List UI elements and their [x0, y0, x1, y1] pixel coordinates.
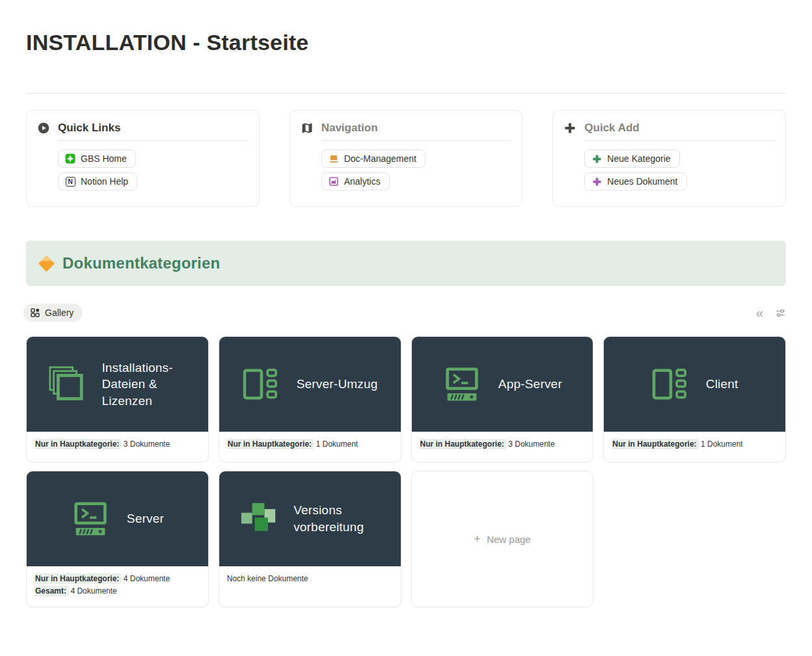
- card-title: App-Server: [498, 376, 562, 393]
- callout-divider: [321, 140, 512, 141]
- card-title: Server: [127, 510, 164, 527]
- gallery-controls: «: [756, 306, 786, 319]
- stat-value: 4 Dokumente: [70, 586, 116, 596]
- button-label: Analytics: [344, 176, 381, 187]
- terminal-server-icon: [71, 501, 110, 536]
- collapse-double-chevron-icon[interactable]: «: [756, 306, 763, 319]
- stat-value: 1 Dokument: [701, 440, 743, 449]
- callout-head: Quick Add: [563, 122, 775, 135]
- card-note: Noch keine Dokumente: [227, 573, 393, 584]
- card-client[interactable]: Client Nur in Hauptkategorie: 1 Dokument: [603, 336, 786, 462]
- card-title: Client: [706, 376, 738, 393]
- card-cover: Server-Umzug: [219, 337, 401, 432]
- callout-navigation: Navigation Doc-Management Analytics: [290, 110, 523, 207]
- card-server-umzug[interactable]: Server-Umzug Nur in Hauptkategorie: 1 Do…: [219, 336, 401, 462]
- stat-label: Gesamt:: [34, 586, 68, 596]
- terminal-server-icon: [442, 367, 481, 402]
- callout-divider: [584, 140, 775, 141]
- plus-purple-icon: [591, 176, 602, 187]
- stat-label: Nur in Hauptkategorie:: [34, 573, 121, 584]
- stat-value: 3 Dokumente: [124, 440, 170, 449]
- callout-divider: [58, 140, 249, 141]
- stat-value: 3 Dokumente: [508, 440, 554, 449]
- stat-label: Nur in Hauptkategorie:: [34, 439, 121, 449]
- plus-green-icon: [591, 153, 602, 164]
- banner-title: Dokumentkategorien: [62, 254, 220, 272]
- card-caption: Nur in Hauptkategorie: 3 Dokumente: [412, 432, 593, 462]
- notion-logo-icon: N: [65, 176, 75, 187]
- new-page-label: New page: [487, 534, 531, 545]
- button-label: Notion Help: [81, 176, 128, 187]
- gallery-cards-row-2: Server Nur in Hauptkategorie: 4 Dokument…: [26, 471, 786, 607]
- stacked-copies-icon: [47, 365, 85, 403]
- callout-quick-links: Quick Links GBS Home N Notion Help: [26, 110, 260, 207]
- card-cover: Client: [604, 337, 785, 432]
- orange-diamond-icon: [38, 255, 55, 272]
- neue-kategorie-button[interactable]: Neue Kategorie: [584, 150, 679, 168]
- callout-buttons: Neue Kategorie Neues Dokument: [584, 150, 775, 190]
- page-title: INSTALLATION - Startseite: [26, 30, 786, 55]
- gallery-cards-row-1: Installations-Dateien & Lizenzen Nur in …: [26, 336, 786, 462]
- button-label: GBS Home: [81, 153, 127, 164]
- stat-line: Nur in Hauptkategorie: 4 Dokumente: [34, 573, 200, 584]
- analytics-button[interactable]: Analytics: [321, 172, 390, 190]
- gallery-bar: Gallery «: [26, 302, 786, 323]
- notion-help-button[interactable]: N Notion Help: [58, 172, 137, 190]
- card-title: Server-Umzug: [297, 376, 378, 393]
- callout-quick-add: Quick Add Neue Kategorie Neues Dokument: [552, 110, 786, 207]
- card-server[interactable]: Server Nur in Hauptkategorie: 4 Dokument…: [26, 471, 209, 607]
- stat-label: Nur in Hauptkategorie:: [227, 439, 314, 449]
- map-icon: [301, 122, 314, 135]
- callout-head: Quick Links: [37, 122, 249, 135]
- page-divider: [26, 93, 786, 94]
- gallery-grid-icon: [31, 308, 40, 317]
- card-title: Installations-Dateien & Lizenzen: [102, 360, 187, 410]
- doc-management-button[interactable]: Doc-Management: [321, 150, 426, 168]
- neues-dokument-button[interactable]: Neues Dokument: [584, 172, 686, 190]
- stat-label: Nur in Hauptkategorie:: [420, 439, 506, 449]
- callout-head: Navigation: [301, 122, 512, 135]
- callout-row: Quick Links GBS Home N Notion Help: [26, 110, 786, 207]
- dokumentkategorien-banner: Dokumentkategorien: [26, 241, 786, 286]
- card-versions-vorbereitung[interactable]: Versions vorbereitung Noch keine Dokumen…: [219, 471, 401, 607]
- plus-icon: [563, 122, 576, 135]
- stat-value: 4 Dokumente: [124, 574, 170, 583]
- plus-icon: +: [474, 532, 481, 546]
- gallery-view-tab[interactable]: Gallery: [23, 304, 83, 322]
- play-circle-icon: [37, 122, 50, 135]
- stat-line: Gesamt: 4 Dokumente: [34, 585, 200, 597]
- callout-buttons: Doc-Management Analytics: [321, 150, 512, 190]
- laptop-icon: [329, 153, 339, 164]
- card-app-server[interactable]: App-Server Nur in Hauptkategorie: 3 Doku…: [411, 336, 594, 462]
- stat-value: 1 Dokument: [316, 440, 358, 449]
- card-installations-dateien-lizenzen[interactable]: Installations-Dateien & Lizenzen Nur in …: [26, 336, 209, 462]
- card-caption: Nur in Hauptkategorie: 3 Dokumente: [27, 432, 208, 462]
- card-caption: Nur in Hauptkategorie: 1 Dokument: [219, 432, 401, 462]
- tune-settings-icon[interactable]: [775, 308, 786, 319]
- card-cover: Installations-Dateien & Lizenzen: [27, 337, 208, 432]
- stat-label: Nur in Hauptkategorie:: [612, 439, 698, 449]
- client-blocks-icon: [242, 368, 280, 400]
- card-title: Versions vorbereitung: [293, 502, 379, 535]
- callout-buttons: GBS Home N Notion Help: [58, 150, 249, 190]
- button-label: Neues Dokument: [607, 176, 677, 187]
- button-label: Neue Kategorie: [607, 153, 670, 164]
- empty-grid-cell: [603, 471, 786, 607]
- client-blocks-icon: [651, 368, 689, 400]
- new-page-tile[interactable]: + New page: [411, 471, 594, 607]
- stat-line: Nur in Hauptkategorie: 3 Dokumente: [420, 438, 586, 450]
- stat-line: Nur in Hauptkategorie: 3 Dokumente: [34, 438, 200, 450]
- card-caption: Noch keine Dokumente: [219, 566, 401, 607]
- gbs-app-icon: [65, 153, 75, 164]
- card-caption: Nur in Hauptkategorie: 4 Dokumente Gesam…: [27, 566, 208, 607]
- callout-title: Navigation: [321, 122, 378, 135]
- stat-line: Nur in Hauptkategorie: 1 Dokument: [227, 438, 393, 450]
- gbs-home-button[interactable]: GBS Home: [58, 150, 136, 168]
- card-cover: Server: [27, 471, 208, 566]
- analytics-chart-icon: [329, 176, 339, 187]
- pinwheel-versions-icon: [240, 501, 277, 537]
- card-cover: Versions vorbereitung: [219, 471, 401, 566]
- card-cover: App-Server: [412, 337, 593, 432]
- page: INSTALLATION - Startseite Quick Links GB…: [0, 0, 812, 607]
- callout-title: Quick Add: [584, 122, 639, 135]
